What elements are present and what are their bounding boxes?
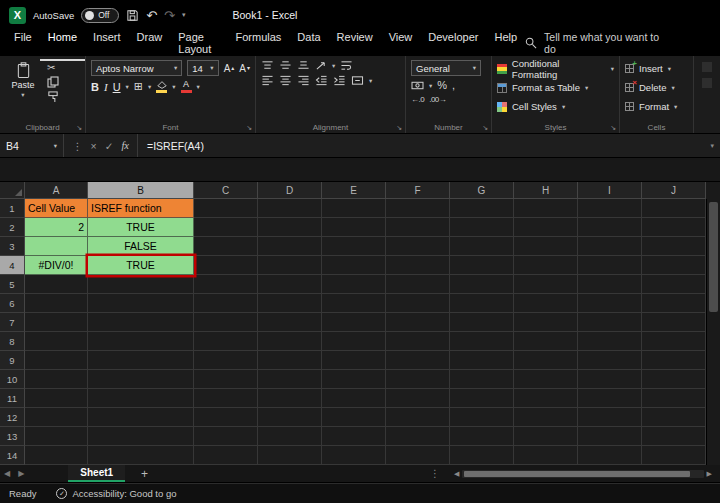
increase-font-size-icon[interactable]: A▴ (224, 63, 235, 74)
cell-J6[interactable] (642, 294, 706, 313)
insert-button[interactable]: + Insert ▾ (625, 59, 688, 78)
increase-indent-icon[interactable] (333, 75, 346, 86)
cell-H1[interactable] (514, 199, 578, 218)
ribbon-overflow-button-2[interactable] (702, 78, 712, 88)
cell-A3[interactable] (25, 237, 88, 256)
increase-decimal-icon[interactable]: ←.0 (411, 95, 424, 104)
column-header-G[interactable]: G (450, 182, 514, 199)
cell-H4[interactable] (514, 256, 578, 275)
vertical-scrollbar[interactable] (706, 199, 720, 465)
row-header-2[interactable]: 2 (0, 218, 25, 237)
cell-G1[interactable] (450, 199, 514, 218)
cell-G10[interactable] (450, 370, 514, 389)
tell-me-search[interactable]: Tell me what you want to do (525, 31, 668, 55)
cell-G5[interactable] (450, 275, 514, 294)
align-left-icon[interactable] (261, 75, 274, 86)
font-color-dropdown-icon[interactable]: ▾ (197, 83, 200, 91)
cell-D11[interactable] (258, 389, 322, 408)
cell-D14[interactable] (258, 446, 322, 465)
cell-E6[interactable] (322, 294, 386, 313)
sheet-nav-right-icon[interactable]: ▶ (14, 469, 28, 478)
alignment-dialog-launcher-icon[interactable]: ↘ (396, 124, 402, 132)
cell-C1[interactable] (194, 199, 258, 218)
cell-D10[interactable] (258, 370, 322, 389)
cell-I6[interactable] (578, 294, 642, 313)
cell-F12[interactable] (386, 408, 450, 427)
cell-D1[interactable] (258, 199, 322, 218)
cell-F6[interactable] (386, 294, 450, 313)
cell-A11[interactable] (25, 389, 88, 408)
cell-A12[interactable] (25, 408, 88, 427)
cell-I1[interactable] (578, 199, 642, 218)
cell-F7[interactable] (386, 313, 450, 332)
cell-D6[interactable] (258, 294, 322, 313)
row-header-14[interactable]: 14 (0, 446, 25, 465)
merge-center-icon[interactable] (351, 75, 364, 86)
column-header-H[interactable]: H (514, 182, 578, 199)
align-center-icon[interactable] (279, 75, 292, 86)
cell-C14[interactable] (194, 446, 258, 465)
cell-I8[interactable] (578, 332, 642, 351)
select-all-corner[interactable] (0, 182, 25, 199)
cell-A13[interactable] (25, 427, 88, 446)
cell-G9[interactable] (450, 351, 514, 370)
column-header-C[interactable]: C (194, 182, 258, 199)
cell-I7[interactable] (578, 313, 642, 332)
decrease-decimal-icon[interactable]: .00→ (429, 95, 446, 104)
quick-access-toolbar-chevron-icon[interactable]: ▾ (182, 11, 186, 19)
decrease-indent-icon[interactable] (315, 75, 328, 86)
column-header-D[interactable]: D (258, 182, 322, 199)
cell-B11[interactable] (88, 389, 194, 408)
redo-icon[interactable]: ↷ (164, 9, 175, 22)
cell-E4[interactable] (322, 256, 386, 275)
cell-B5[interactable] (88, 275, 194, 294)
cell-H3[interactable] (514, 237, 578, 256)
cell-I14[interactable] (578, 446, 642, 465)
font-dialog-launcher-icon[interactable]: ↘ (246, 124, 252, 132)
cell-B2[interactable]: TRUE (88, 218, 194, 237)
column-header-B[interactable]: B (88, 182, 194, 199)
cell-F14[interactable] (386, 446, 450, 465)
cell-J1[interactable] (642, 199, 706, 218)
cell-styles-button[interactable]: Cell Styles ▾ (497, 97, 614, 116)
fill-color-dropdown-icon[interactable]: ▾ (172, 83, 175, 91)
styles-dialog-launcher-icon[interactable]: ↘ (610, 124, 616, 132)
copy-icon[interactable] (47, 76, 59, 88)
hscroll-right-icon[interactable]: ▶ (707, 470, 712, 478)
column-header-E[interactable]: E (322, 182, 386, 199)
bold-button[interactable]: B (91, 81, 99, 93)
name-box[interactable]: B4 ▾ (0, 134, 64, 157)
cell-B6[interactable] (88, 294, 194, 313)
cell-G4[interactable] (450, 256, 514, 275)
percent-style-icon[interactable]: % (437, 80, 447, 91)
cell-A7[interactable] (25, 313, 88, 332)
cell-H12[interactable] (514, 408, 578, 427)
cell-A4[interactable]: #DIV/0! (25, 256, 88, 275)
cell-D7[interactable] (258, 313, 322, 332)
column-header-A[interactable]: A (25, 182, 88, 199)
cell-B10[interactable] (88, 370, 194, 389)
cell-J2[interactable] (642, 218, 706, 237)
row-header-6[interactable]: 6 (0, 294, 25, 313)
cell-F2[interactable] (386, 218, 450, 237)
cell-F11[interactable] (386, 389, 450, 408)
undo-icon[interactable]: ↶ (146, 9, 157, 22)
cell-J13[interactable] (642, 427, 706, 446)
cell-H6[interactable] (514, 294, 578, 313)
font-size-combobox[interactable]: 14 ▾ (187, 60, 218, 76)
cell-J14[interactable] (642, 446, 706, 465)
row-header-3[interactable]: 3 (0, 237, 25, 256)
expand-formula-bar-icon[interactable]: ▾ (710, 142, 714, 150)
cancel-entry-icon[interactable]: × (91, 140, 97, 152)
cell-J3[interactable] (642, 237, 706, 256)
cell-C3[interactable] (194, 237, 258, 256)
merge-center-dropdown-icon[interactable]: ▾ (369, 77, 372, 85)
hscroll-track[interactable] (462, 470, 703, 478)
cell-F10[interactable] (386, 370, 450, 389)
font-name-combobox[interactable]: Aptos Narrow ▾ (91, 60, 182, 76)
cell-C10[interactable] (194, 370, 258, 389)
cell-G2[interactable] (450, 218, 514, 237)
cell-F1[interactable] (386, 199, 450, 218)
cell-D4[interactable] (258, 256, 322, 275)
cell-E9[interactable] (322, 351, 386, 370)
